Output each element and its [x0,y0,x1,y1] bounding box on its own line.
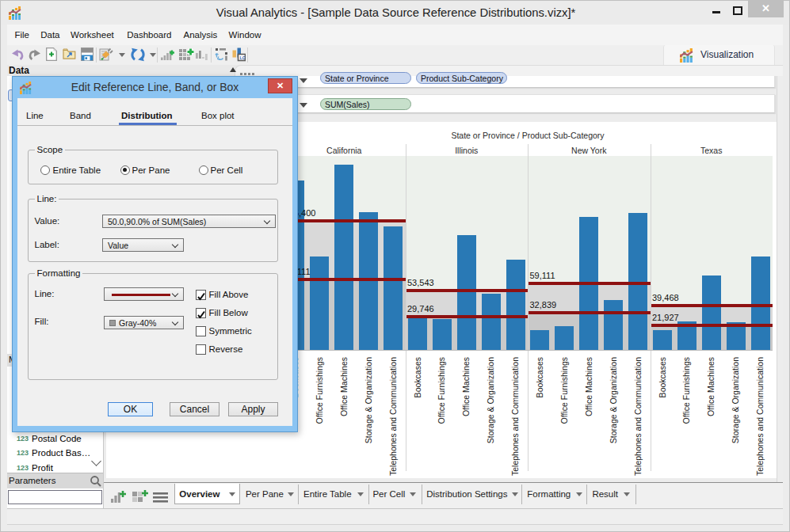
svg-text:LO: LO [239,55,246,60]
